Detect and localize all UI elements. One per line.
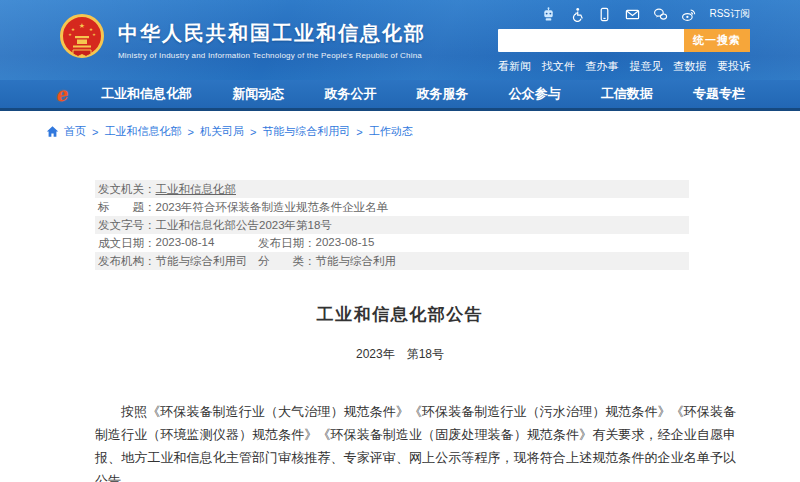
article-page: 发文机关： 工业和信息化部 标 题： 2023年符合环保装备制造业规范条件企业名… (60, 150, 740, 482)
meta-label: 分 类： (258, 254, 316, 269)
miit-e-logo-icon[interactable]: e (53, 84, 68, 105)
meta-value-title: 2023年符合环保装备制造业规范条件企业名单 (156, 200, 389, 215)
document-meta-table: 发文机关： 工业和信息化部 标 题： 2023年符合环保装备制造业规范条件企业名… (95, 180, 689, 270)
search-button[interactable]: 统一搜索 (684, 29, 750, 52)
meta-row-doc-number: 发文字号： 工业和信息化部公告2023年第18号 (95, 216, 689, 234)
search-input[interactable] (498, 29, 684, 52)
article-doc-number: 2023年 第18号 (60, 346, 740, 363)
meta-value-written-date: 2023-08-14 (156, 236, 215, 251)
svg-text:★: ★ (68, 32, 72, 37)
quick-link-data[interactable]: 查数据 (673, 59, 706, 74)
nav-item-data[interactable]: 工信数据 (601, 85, 653, 103)
utility-icon-row: RSS订阅 (498, 7, 750, 22)
meta-value-category: 节能与综合利用 (316, 254, 397, 269)
article-body: 按照《环保装备制造行业（大气治理）规范条件》《环保装备制造行业（污水治理）规范条… (95, 400, 736, 482)
breadcrumb-separator: > (92, 126, 98, 138)
mobile-icon[interactable] (597, 7, 612, 22)
nav-item-topics[interactable]: 专题专栏 (693, 85, 745, 103)
accessibility-icon[interactable] (569, 7, 584, 22)
breadcrumb-separator: > (356, 126, 362, 138)
breadcrumb-energy-dept[interactable]: 节能与综合利用司 (262, 124, 350, 139)
meta-label: 发文机关： (98, 182, 156, 197)
quick-link-complaint[interactable]: 要投诉 (717, 59, 750, 74)
quick-link-files[interactable]: 找文件 (542, 59, 575, 74)
header-banner: ★ ★ ★ ★ ★ 中华人民共和国工业和信息化部 Ministry of Ind… (0, 0, 800, 80)
article-title: 工业和信息化部公告 (60, 303, 740, 326)
breadcrumb-separator: > (187, 126, 193, 138)
breadcrumb-miit[interactable]: 工业和信息化部 (104, 124, 181, 139)
meta-value-publisher: 节能与综合利用司 (156, 254, 248, 269)
rss-subscribe-link[interactable]: RSS订阅 (709, 7, 750, 21)
quick-links: 看新闻 找文件 查办事 提意见 查数据 要投诉 (498, 59, 750, 74)
breadcrumb-separator: > (250, 126, 256, 138)
nav-item-participation[interactable]: 公众参与 (509, 85, 561, 103)
national-emblem-icon: ★ ★ ★ ★ ★ (58, 12, 106, 68)
article-paragraph: 按照《环保装备制造行业（大气治理）规范条件》《环保装备制造行业（污水治理）规范条… (95, 400, 736, 482)
search-bar: 统一搜索 (498, 29, 750, 52)
meta-row-issuing-agency: 发文机关： 工业和信息化部 (95, 180, 689, 198)
nav-item-gov-open[interactable]: 政务公开 (324, 85, 376, 103)
meta-row-title: 标 题： 2023年符合环保装备制造业规范条件企业名单 (95, 198, 689, 216)
meta-label: 发布日期： (258, 236, 316, 251)
qa-robot-icon[interactable] (541, 7, 556, 22)
nav-item-news[interactable]: 新闻动态 (232, 85, 284, 103)
meta-row-publisher: 发布机构： 节能与综合利用司 分 类： 节能与综合利用 (95, 252, 689, 270)
nav-item-gov-service[interactable]: 政务服务 (417, 85, 469, 103)
meta-value-publish-date: 2023-08-15 (316, 236, 375, 251)
wechat-icon[interactable] (653, 7, 668, 22)
breadcrumb-current: 工作动态 (369, 124, 413, 139)
meta-label: 发布机构： (98, 254, 156, 269)
quick-link-news[interactable]: 看新闻 (498, 59, 531, 74)
weibo-icon[interactable] (681, 7, 696, 22)
nav-item-miit[interactable]: 工业和信息化部 (101, 85, 192, 103)
site-logo[interactable]: ★ ★ ★ ★ ★ 中华人民共和国工业和信息化部 Ministry of Ind… (58, 12, 426, 68)
svg-text:★: ★ (79, 22, 85, 29)
breadcrumb: 首页 > 工业和信息化部 > 机关司局 > 节能与综合利用司 > 工作动态 (0, 111, 800, 150)
breadcrumb-home[interactable]: 首页 (64, 124, 86, 139)
svg-text:★: ★ (92, 32, 96, 37)
site-subtitle: Ministry of Industry and Information Tec… (118, 51, 426, 60)
site-title: 中华人民共和国工业和信息化部 (118, 20, 426, 47)
mail-icon[interactable] (625, 7, 640, 22)
meta-row-dates: 成文日期： 2023-08-14 发布日期： 2023-08-15 (95, 234, 689, 252)
meta-label: 成文日期： (98, 236, 156, 251)
meta-label: 发文字号： (98, 218, 156, 233)
breadcrumb-departments[interactable]: 机关司局 (200, 124, 244, 139)
quick-link-suggest[interactable]: 提意见 (629, 59, 662, 74)
meta-value-doc-number: 工业和信息化部公告2023年第18号 (156, 218, 332, 233)
header-tools: RSS订阅 统一搜索 看新闻 找文件 查办事 提意见 查数据 要投诉 (498, 7, 750, 74)
main-nav: e 工业和信息化部 新闻动态 政务公开 政务服务 公众参与 工信数据 专题专栏 (0, 80, 800, 111)
quick-link-services[interactable]: 查办事 (586, 59, 619, 74)
meta-value-issuing-agency[interactable]: 工业和信息化部 (156, 182, 237, 197)
meta-label: 标 题： (98, 200, 156, 215)
home-icon[interactable] (46, 125, 59, 138)
